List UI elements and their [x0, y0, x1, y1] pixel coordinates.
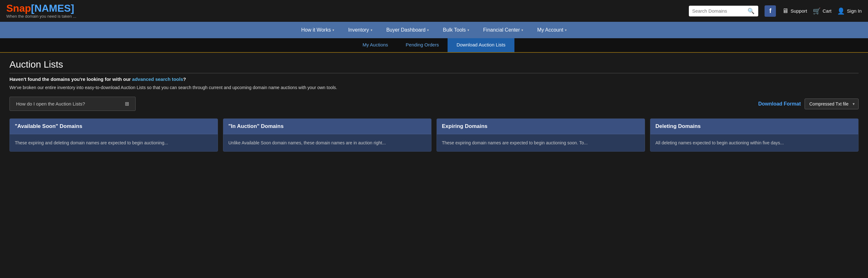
card-body-3: All deleting names expected to begin auc… — [650, 134, 858, 151]
nav-label: Inventory — [348, 27, 369, 33]
nav-arrow: ▾ — [467, 28, 469, 32]
logo-names: [NAMES] — [31, 2, 74, 14]
sub-nav-item-download-auction-lists[interactable]: Download Auction Lists — [447, 38, 514, 52]
nav-item-bulk-tools[interactable]: Bulk Tools▾ — [436, 22, 476, 38]
nav-label: Buyer Dashboard — [386, 27, 426, 33]
nav-item-my-account[interactable]: My Account▾ — [530, 22, 574, 38]
logo-tagline: When the domain you need is taken ... — [6, 14, 76, 19]
card-header-1: "In Auction" Domains — [223, 119, 431, 134]
user-icon: 👤 — [837, 7, 845, 15]
search-bar[interactable]: 🔍 — [689, 6, 758, 17]
nav-item-buyer-dashboard[interactable]: Buyer Dashboard▾ — [379, 22, 436, 38]
search-icon: 🔍 — [747, 7, 754, 15]
card-0: "Available Soon" Domains These expiring … — [9, 118, 218, 151]
nav-item-inventory[interactable]: Inventory▾ — [341, 22, 379, 38]
header-right: 🔍 f 🖥 Support 🛒 Cart 👤 Sign In — [689, 5, 862, 17]
accordion-row: How do I open the Auction Lists? ⊞ Downl… — [9, 97, 859, 111]
monitor-icon: 🖥 — [782, 7, 788, 15]
main-nav: How it Works▾Inventory▾Buyer Dashboard▾B… — [0, 22, 868, 38]
logo-snap: Snap — [6, 2, 31, 14]
card-header-2: Expiring Domains — [437, 119, 645, 134]
page-title: Auction Lists — [9, 59, 859, 73]
main-content: Auction Lists Haven't found the domains … — [0, 53, 868, 161]
nav-arrow: ▾ — [521, 28, 523, 32]
cart-icon: 🛒 — [813, 7, 821, 15]
card-header-3: Deleting Domains — [650, 119, 858, 134]
nav-label: Bulk Tools — [443, 27, 466, 33]
signin-button[interactable]: 👤 Sign In — [837, 7, 862, 15]
header-actions: 🖥 Support 🛒 Cart 👤 Sign In — [782, 7, 862, 15]
nav-arrow: ▾ — [427, 28, 429, 32]
nav-item-financial-center[interactable]: Financial Center▾ — [476, 22, 530, 38]
description-line2: We've broken our entire inventory into e… — [9, 84, 859, 91]
download-format-select-wrapper: Compressed Txt file — [805, 99, 859, 109]
plus-icon: ⊞ — [125, 101, 129, 107]
search-input[interactable] — [692, 8, 746, 13]
nav-item-how-it-works[interactable]: How it Works▾ — [294, 22, 341, 38]
download-format-row: Download Format Compressed Txt file — [758, 99, 859, 109]
header: Snap[NAMES] When the domain you need is … — [0, 0, 868, 22]
nav-arrow: ▾ — [333, 28, 334, 32]
nav-arrow: ▾ — [371, 28, 372, 32]
card-3: Deleting Domains All deleting names expe… — [650, 118, 859, 151]
card-header-0: "Available Soon" Domains — [10, 119, 218, 134]
download-format-label: Download Format — [758, 101, 801, 107]
description-line1: Haven't found the domains you're looking… — [9, 77, 859, 82]
sub-nav-item-my-auctions[interactable]: My Auctions — [353, 38, 397, 52]
sub-nav: My AuctionsPending OrdersDownload Auctio… — [0, 38, 868, 53]
cart-button[interactable]: 🛒 Cart — [813, 7, 831, 15]
nav-arrow: ▾ — [565, 28, 567, 32]
card-body-2: These expiring domain names are expected… — [437, 134, 645, 151]
accordion-button[interactable]: How do I open the Auction Lists? ⊞ — [9, 97, 135, 111]
card-body-1: Unlike Available Soon domain names, thes… — [223, 134, 431, 151]
logo: Snap[NAMES] When the domain you need is … — [6, 3, 76, 19]
sub-nav-item-pending-orders[interactable]: Pending Orders — [397, 38, 447, 52]
card-2: Expiring Domains These expiring domain n… — [436, 118, 645, 151]
nav-label: Financial Center — [483, 27, 520, 33]
facebook-icon[interactable]: f — [765, 5, 776, 17]
card-1: "In Auction" Domains Unlike Available So… — [223, 118, 432, 151]
advanced-search-link[interactable]: advanced search tools — [132, 77, 183, 82]
cards-grid: "Available Soon" Domains These expiring … — [9, 118, 859, 151]
nav-label: My Account — [537, 27, 563, 33]
nav-label: How it Works — [301, 27, 331, 33]
card-body-0: These expiring and deleting domain names… — [10, 134, 218, 151]
support-button[interactable]: 🖥 Support — [782, 7, 807, 15]
download-format-select[interactable]: Compressed Txt file — [805, 99, 859, 109]
